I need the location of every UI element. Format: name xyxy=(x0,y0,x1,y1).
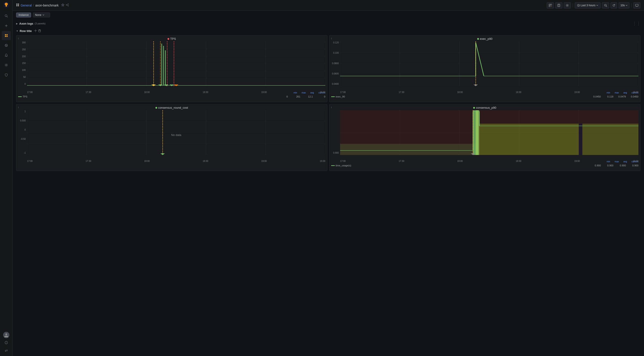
grafana-logo[interactable] xyxy=(3,2,10,9)
panel-tps-titlebar: i TPS xyxy=(18,37,325,40)
svg-rect-18 xyxy=(16,4,18,5)
refresh-button[interactable] xyxy=(610,2,617,8)
sidebar-item-help[interactable]: ? xyxy=(3,339,10,346)
svg-line-26 xyxy=(67,5,68,6)
panel-cp90-info-icon[interactable]: i xyxy=(331,106,332,109)
refresh-interval-label: 10s xyxy=(620,4,625,7)
refresh-interval-button[interactable]: 10s xyxy=(618,2,630,8)
svg-marker-103 xyxy=(160,154,165,155)
row-settings-icon[interactable] xyxy=(34,29,37,33)
cp90-max-val: 0.900 xyxy=(604,164,613,167)
exec-avg-val: 0.0479 xyxy=(617,95,626,98)
svg-text:+: + xyxy=(551,5,552,7)
panel-exec-y-labels: 0.1200.1000.08000.06000.0400 xyxy=(331,41,340,85)
svg-rect-8 xyxy=(5,36,6,37)
panel-cp90-x-labels: 17:0017:3018:0018:3019:0019:30 xyxy=(340,160,638,162)
add-panel-button[interactable]: + xyxy=(547,2,554,8)
tv-mode-button[interactable] xyxy=(633,2,640,8)
topbar-divider-1 xyxy=(573,3,573,8)
svg-rect-45 xyxy=(39,30,40,32)
panel-cp90-chart: 0.900 xyxy=(331,110,638,160)
row-title-chevron: ▼ xyxy=(16,30,18,32)
tps-max-val: 261 xyxy=(291,95,300,98)
svg-point-1 xyxy=(6,3,7,5)
svg-text:?: ? xyxy=(6,342,7,344)
avatar[interactable] xyxy=(3,332,10,338)
panel-crc-dot xyxy=(156,107,157,109)
time-range-label: Last 3 hours xyxy=(581,4,596,7)
panel-tps-info-icon[interactable]: i xyxy=(18,37,18,40)
svg-rect-19 xyxy=(18,4,19,5)
breadcrumb-dashboard: axon-benchmark xyxy=(35,4,58,7)
cp90-current-val: 0.900 xyxy=(630,164,638,167)
sidebar: ? xyxy=(0,0,12,356)
svg-point-34 xyxy=(567,5,568,6)
axon-logs-section-header[interactable]: ▶ Axon logs (3 panels) ⋮⋮ xyxy=(16,20,640,27)
settings-button[interactable] xyxy=(564,2,571,8)
panel-exec-chart: 0.1200.1000.08000.06000.0400 xyxy=(331,41,638,90)
svg-point-23 xyxy=(68,6,68,6)
panel-crc-info-icon[interactable]: i xyxy=(18,106,18,109)
breadcrumb-separator: / xyxy=(33,4,34,7)
svg-line-37 xyxy=(578,5,579,6)
panel-exec-title: exec_p90 xyxy=(477,37,492,40)
tps-current-val: 0 xyxy=(316,95,325,98)
sidebar-item-shield[interactable] xyxy=(2,70,11,80)
share-icon[interactable] xyxy=(66,3,69,7)
panel-crc-titlebar: i consensus_round_cost xyxy=(18,106,325,109)
svg-point-24 xyxy=(66,5,67,5)
sidebar-item-add[interactable] xyxy=(2,21,11,30)
sidebar-item-swap[interactable] xyxy=(3,347,10,354)
panel-crc-x-labels: 17:0017:3018:0018:3019:0019:30 xyxy=(27,160,325,162)
zoom-out-button[interactable] xyxy=(602,2,609,8)
sidebar-item-explore[interactable] xyxy=(2,41,11,50)
axon-logs-vertical-dots[interactable]: ⋮⋮ xyxy=(632,21,640,26)
sidebar-item-search[interactable] xyxy=(2,12,11,20)
svg-point-15 xyxy=(5,334,7,335)
svg-rect-20 xyxy=(16,5,18,6)
instance-filter-tag[interactable]: Instance xyxy=(16,12,31,18)
svg-line-87 xyxy=(476,42,484,76)
filter-bar: Instance None xyxy=(16,12,640,18)
sidebar-item-dashboards[interactable] xyxy=(2,31,11,40)
tps-legend-stats: 0 261 12.1 0 xyxy=(279,95,325,98)
panel-tps-dot xyxy=(168,38,169,40)
svg-rect-114 xyxy=(340,144,476,155)
svg-line-39 xyxy=(606,6,607,7)
svg-rect-29 xyxy=(549,6,550,7)
panel-cp90-legend-row: time_usage(s) 0.900 0.900 0.900 0.900 xyxy=(331,164,638,167)
axon-logs-chevron: ▶ xyxy=(16,22,18,25)
panel-crc-title: consensus_round_cost xyxy=(156,106,188,109)
row-delete-icon[interactable] xyxy=(38,29,41,33)
svg-point-22 xyxy=(68,4,68,4)
dashboard-grid-icon xyxy=(16,3,19,7)
star-icon[interactable] xyxy=(61,3,64,7)
row-title-icons xyxy=(34,29,41,33)
panel-tps: i TPS 300250200150100500 xyxy=(16,35,327,102)
exec-current-val: 0.0450 xyxy=(630,95,638,98)
topbar: General / axon-benchmark xyxy=(12,0,644,11)
panel-exec-titlebar: i exec_p90 xyxy=(331,37,638,40)
topbar-actions: + xyxy=(547,2,640,8)
panel-exec-info-icon[interactable]: i xyxy=(331,37,332,40)
sidebar-item-settings[interactable] xyxy=(2,60,11,70)
svg-marker-90 xyxy=(474,84,478,86)
svg-rect-21 xyxy=(18,5,19,6)
axon-logs-more-options: ⋮⋮ xyxy=(632,21,640,26)
panel-tps-legend-row: TPS 0 261 12.1 0 xyxy=(18,95,325,98)
panel-cp90-chart-area xyxy=(340,110,638,160)
svg-rect-41 xyxy=(636,4,638,6)
cp90-legend-stats: 0.900 0.900 0.900 0.900 xyxy=(592,164,638,167)
panel-exec-dot xyxy=(477,38,479,40)
svg-rect-9 xyxy=(6,36,8,37)
row-title-section-header: ▼ Row title xyxy=(16,28,640,34)
panel-cp90-y-label: 0.900 xyxy=(331,152,340,154)
save-button[interactable] xyxy=(555,2,562,8)
sidebar-item-alerting[interactable] xyxy=(2,51,11,60)
none-filter-select[interactable]: None xyxy=(33,12,50,18)
tps-avg-val: 12.1 xyxy=(304,95,313,98)
panel-cp90-dot xyxy=(473,107,475,109)
svg-rect-28 xyxy=(550,4,552,5)
time-range-button[interactable]: Last 3 hours xyxy=(575,2,600,8)
breadcrumb-general[interactable]: General xyxy=(20,4,32,7)
